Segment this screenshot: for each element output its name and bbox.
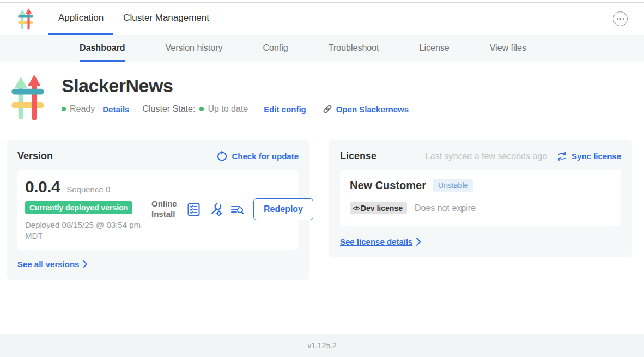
more-options-button[interactable]: [613, 11, 628, 26]
version-card: Version Check for update 0.0.4 Sequence …: [7, 140, 309, 280]
current-version-panel: 0.0.4 Sequence 0 Currently deployed vers…: [17, 170, 299, 250]
channel-badge: Unstable: [433, 179, 473, 192]
link-chain-icon: [322, 104, 333, 114]
app-status-dot: [62, 107, 66, 111]
see-license-details-link[interactable]: See license details: [340, 237, 621, 246]
chevron-right-icon: [416, 238, 421, 246]
app-title-block: SlackerNews Ready Details Cluster State:…: [0, 62, 644, 121]
edit-config-icon[interactable]: [208, 202, 223, 217]
license-type-tag: </> Dev license: [350, 202, 407, 214]
customer-name: New Customer: [350, 179, 426, 192]
sync-arrows-icon: [557, 151, 567, 161]
license-details-panel: New Customer Unstable </> Dev license Do…: [340, 170, 621, 226]
version-number: 0.0.4: [25, 178, 60, 196]
details-link[interactable]: Details: [102, 105, 129, 114]
last-synced-text: Last synced a few seconds ago: [426, 152, 547, 161]
redeploy-button[interactable]: Redeploy: [253, 198, 313, 220]
ellipsis-icon: [617, 18, 618, 20]
cluster-state-dot: [199, 107, 204, 111]
version-sequence: Sequence 0: [66, 185, 110, 194]
tab-license[interactable]: License: [420, 35, 449, 62]
version-card-title: Version: [17, 150, 53, 162]
license-expiry: Does not expire: [415, 203, 476, 213]
license-card-title: License: [340, 150, 376, 162]
tab-config[interactable]: Config: [263, 35, 288, 62]
license-card: License Last synced a few seconds ago Sy…: [329, 140, 632, 257]
deployed-timestamp: Deployed 08/15/25 @ 03:54 pm MDT: [25, 220, 144, 241]
tab-version-history[interactable]: Version history: [166, 35, 223, 62]
console-footer: v1.125.2: [0, 334, 644, 357]
tab-troubleshoot[interactable]: Troubleshoot: [329, 35, 379, 62]
tab-dashboard[interactable]: Dashboard: [80, 35, 125, 62]
app-header-bar: Application Cluster Management: [0, 3, 644, 35]
slackernews-logo: [11, 74, 44, 121]
tab-cluster-management-label: Cluster Management: [123, 13, 209, 23]
code-icon: </>: [353, 205, 360, 211]
page-title: SlackerNews: [62, 75, 409, 96]
tab-application-label: Application: [58, 13, 104, 23]
app-subnav: Dashboard Version history Config Trouble…: [0, 35, 644, 62]
tab-cluster-management[interactable]: Cluster Management: [113, 3, 219, 35]
deployed-status-badge: Currently deployed version: [25, 201, 132, 214]
cluster-state-label: Cluster State:: [142, 104, 195, 114]
edit-config-link[interactable]: Edit config: [264, 105, 306, 114]
divider: [314, 105, 314, 114]
view-logs-icon[interactable]: [230, 202, 245, 217]
header-tabs: Application Cluster Management: [48, 3, 219, 35]
chevron-right-icon: [83, 260, 88, 269]
console-version: v1.125.2: [307, 341, 337, 350]
install-type-label: Online Install: [151, 199, 180, 220]
refresh-icon: [216, 151, 227, 162]
divider: [256, 105, 256, 114]
replicated-logo-icon: [18, 8, 33, 30]
cluster-state-value: Up to date: [208, 104, 248, 114]
check-for-update-link[interactable]: Check for update: [216, 151, 299, 162]
dashboard-cards: Version Check for update 0.0.4 Sequence …: [0, 121, 644, 280]
tab-application[interactable]: Application: [48, 3, 113, 35]
sync-license-link[interactable]: Sync license: [557, 151, 621, 161]
tab-view-files[interactable]: View files: [490, 35, 526, 62]
app-status-text: Ready: [70, 104, 95, 114]
preflight-checks-icon[interactable]: [186, 202, 201, 217]
app-status-row: Ready Details Cluster State: Up to date …: [62, 104, 409, 114]
open-app-link[interactable]: Open Slackernews: [322, 104, 409, 114]
see-all-versions-link[interactable]: See all versions: [17, 259, 299, 269]
